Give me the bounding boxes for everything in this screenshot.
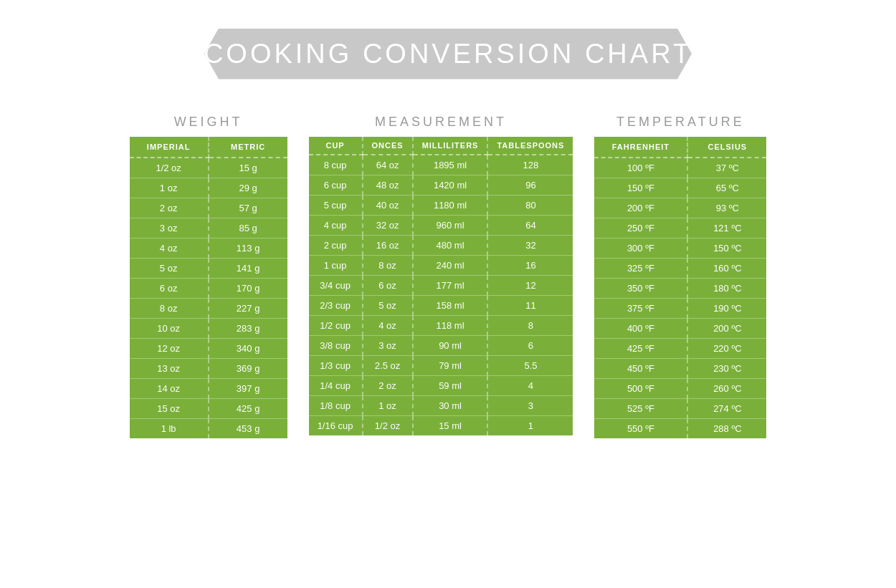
weight-title: WEIGHT: [174, 115, 243, 130]
measurement-title: MEASUREMENT: [375, 115, 507, 130]
banner: COOKING CONVERSION CHART: [197, 14, 699, 93]
table-row: 300 ºF150 ºC: [594, 238, 766, 259]
measurement-table: CUP ONCES MILLILITERS TABLESPOONS 8 cup6…: [309, 137, 573, 435]
table-row: 1 lb453 g: [130, 419, 287, 439]
measurement-col-ml: MILLILITERS: [413, 137, 488, 155]
table-row: 3 oz85 g: [130, 218, 287, 238]
table-row: 5 cup40 oz1180 ml80: [309, 196, 573, 216]
table-row: 400 ºF200 ºC: [594, 319, 766, 339]
weight-table: IMPERIAL METRIC 1/2 oz15 g1 oz29 g2 oz57…: [130, 137, 287, 438]
temperature-table: FAHRENHEIT CELSIUS 100 ºF37 ºC150 ºF65 º…: [594, 137, 766, 438]
table-row: 6 cup48 oz1420 ml96: [309, 175, 573, 196]
table-row: 500 ºF260 ºC: [594, 379, 766, 399]
table-row: 4 cup32 oz960 ml64: [309, 216, 573, 236]
weight-header-row: IMPERIAL METRIC: [130, 137, 287, 158]
banner-title: COOKING CONVERSION CHART: [204, 39, 692, 69]
table-row: 150 ºF65 ºC: [594, 178, 766, 198]
table-row: 2 oz57 g: [130, 198, 287, 218]
temperature-col-c: CELSIUS: [687, 137, 766, 158]
table-row: 6 oz170 g: [130, 279, 287, 299]
table-row: 375 ºF190 ºC: [594, 299, 766, 319]
table-row: 8 oz227 g: [130, 299, 287, 319]
measurement-col-cup: CUP: [309, 137, 363, 155]
weight-body: 1/2 oz15 g1 oz29 g2 oz57 g3 oz85 g4 oz11…: [130, 158, 287, 438]
temperature-title: TEMPERATURE: [616, 115, 745, 130]
table-row: 14 oz397 g: [130, 379, 287, 399]
table-row: 2/3 cup5 oz158 ml11: [309, 296, 573, 316]
table-row: 1/2 oz15 g: [130, 158, 287, 178]
measurement-header-row: CUP ONCES MILLILITERS TABLESPOONS: [309, 137, 573, 155]
table-row: 550 ºF288 ºC: [594, 419, 766, 439]
table-row: 200 ºF93 ºC: [594, 198, 766, 218]
table-row: 3/4 cup6 oz177 ml12: [309, 276, 573, 296]
weight-section: WEIGHT IMPERIAL METRIC 1/2 oz15 g1 oz29 …: [130, 115, 287, 438]
temperature-header-row: FAHRENHEIT CELSIUS: [594, 137, 766, 158]
table-row: 13 oz369 g: [130, 359, 287, 379]
table-row: 1/3 cup2.5 oz79 ml5.5: [309, 356, 573, 376]
table-row: 2 cup16 oz480 ml32: [309, 236, 573, 256]
table-row: 10 oz283 g: [130, 319, 287, 339]
measurement-col-onces: ONCES: [363, 137, 413, 155]
table-row: 1 oz29 g: [130, 178, 287, 198]
measurement-section: MEASUREMENT CUP ONCES MILLILITERS TABLES…: [309, 115, 573, 435]
weight-col-metric: METRIC: [209, 137, 287, 158]
banner-ribbon: COOKING CONVERSION CHART: [204, 29, 692, 79]
table-row: 450 ºF230 ºC: [594, 359, 766, 379]
table-row: 1 cup8 oz240 ml16: [309, 256, 573, 276]
temperature-body: 100 ºF37 ºC150 ºF65 ºC200 ºF93 ºC250 ºF1…: [594, 158, 766, 438]
table-row: 1/16 cup1/2 oz15 ml1: [309, 416, 573, 436]
measurement-body: 8 cup64 oz1895 ml1286 cup48 oz1420 ml965…: [309, 155, 573, 435]
table-row: 350 ºF180 ºC: [594, 279, 766, 299]
table-row: 3/8 cup3 oz90 ml6: [309, 336, 573, 356]
weight-col-imperial: IMPERIAL: [130, 137, 209, 158]
table-row: 250 ºF121 ºC: [594, 218, 766, 238]
temperature-section: TEMPERATURE FAHRENHEIT CELSIUS 100 ºF37 …: [594, 115, 766, 438]
sections-container: WEIGHT IMPERIAL METRIC 1/2 oz15 g1 oz29 …: [22, 115, 874, 438]
table-row: 4 oz113 g: [130, 238, 287, 259]
table-row: 525 ºF274 ºC: [594, 399, 766, 419]
table-row: 8 cup64 oz1895 ml128: [309, 155, 573, 175]
temperature-col-f: FAHRENHEIT: [594, 137, 687, 158]
table-row: 15 oz425 g: [130, 399, 287, 419]
measurement-col-tbsp: TABLESPOONS: [487, 137, 573, 155]
table-row: 1/2 cup4 oz118 ml8: [309, 316, 573, 336]
table-row: 425 ºF220 ºC: [594, 339, 766, 359]
table-row: 325 ºF160 ºC: [594, 259, 766, 279]
table-row: 5 oz141 g: [130, 259, 287, 279]
table-row: 1/4 cup2 oz59 ml4: [309, 376, 573, 396]
table-row: 1/8 cup1 oz30 ml3: [309, 396, 573, 416]
table-row: 100 ºF37 ºC: [594, 158, 766, 178]
table-row: 12 oz340 g: [130, 339, 287, 359]
